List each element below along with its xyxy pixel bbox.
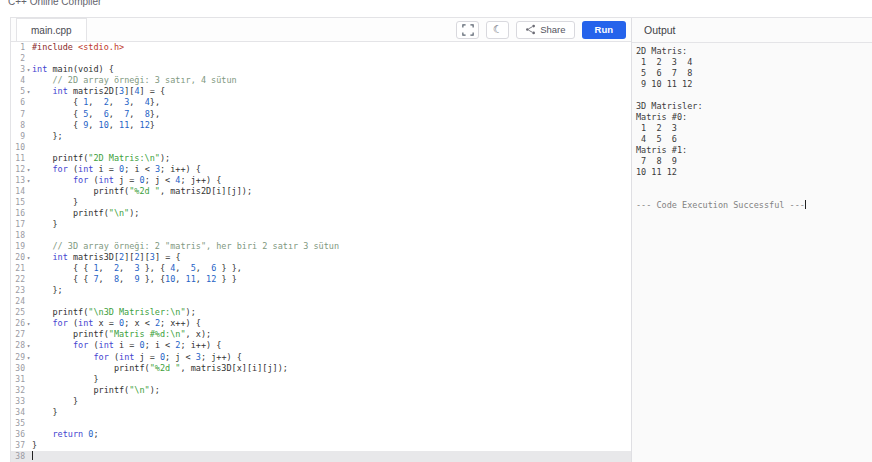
fold-arrow-icon[interactable]: ▾ <box>25 64 32 75</box>
code-line: 35 <box>11 418 631 429</box>
code-line: 28▾ for (int i = 0; i < 2; i++) { <box>11 340 631 351</box>
code-line: 37} <box>11 440 631 451</box>
code-line: 1#include <stdio.h> <box>11 42 631 53</box>
code-line: 9 }; <box>11 131 631 142</box>
code-line: 30 printf("%2d ", matris3D[x][i][j]); <box>11 363 631 374</box>
code-editor[interactable]: 1#include <stdio.h>23▾int main(void) {4 … <box>11 42 631 462</box>
share-button[interactable]: Share <box>516 21 574 39</box>
line-number: 34 <box>11 407 25 418</box>
fold-arrow-icon[interactable]: ▾ <box>25 164 32 175</box>
code-line: 26▾ for (int x = 0; x < 2; x++) { <box>11 318 631 329</box>
line-number: 2 <box>11 53 25 64</box>
line-number: 13 <box>11 175 25 186</box>
code-line: 33 } <box>11 396 631 407</box>
code-line: 2 <box>11 53 631 64</box>
fold-arrow-icon[interactable]: ▾ <box>25 175 32 186</box>
fullscreen-button[interactable] <box>456 21 479 39</box>
line-number: 10 <box>11 142 25 153</box>
line-number: 15 <box>11 197 25 208</box>
tab-label: main.cpp <box>31 25 72 36</box>
code-line: 27 printf("Matris #%d:\n", x); <box>11 329 631 340</box>
code-line: 8 { 9, 10, 11, 12} <box>11 120 631 131</box>
code-line: 18 <box>11 230 631 241</box>
code-line: 25 printf("\n3D Matrisler:\n"); <box>11 307 631 318</box>
line-number: 19 <box>11 241 25 252</box>
line-number: 4 <box>11 75 25 86</box>
share-button-label: Share <box>540 24 565 35</box>
console-cursor <box>805 200 806 209</box>
code-line: 11 printf("2D Matris:\n"); <box>11 153 631 164</box>
fold-arrow-icon[interactable]: ▾ <box>25 252 32 263</box>
code-line: 15 } <box>11 197 631 208</box>
fold-arrow-icon[interactable]: ▾ <box>25 340 32 351</box>
code-line: 16 printf("\n"); <box>11 208 631 219</box>
fold-arrow-icon[interactable]: ▾ <box>25 352 32 363</box>
output-line: 3D Matrisler: <box>636 101 868 112</box>
line-number: 5 <box>11 86 25 97</box>
line-number: 32 <box>11 385 25 396</box>
code-line: 20▾ int matris3D[2][2][3] = { <box>11 252 631 263</box>
line-number: 30 <box>11 363 25 374</box>
tab-bar: main.cpp ☾ <box>11 18 631 42</box>
code-line: 22 { { 7, 8, 9 }, {10, 11, 12 } } <box>11 274 631 285</box>
line-number: 27 <box>11 329 25 340</box>
ide-panel: main.cpp ☾ <box>10 17 872 462</box>
tab-main-cpp[interactable]: main.cpp <box>16 18 87 41</box>
share-nodes-icon <box>525 24 536 35</box>
line-number: 31 <box>11 374 25 385</box>
code-line: 17 } <box>11 219 631 230</box>
code-line: 38 <box>11 451 631 462</box>
output-pane: Output 2D Matris: 1 2 3 4 5 6 7 8 9 10 1… <box>631 18 872 462</box>
editor-pane: main.cpp ☾ <box>11 18 631 462</box>
fullscreen-icon <box>462 24 474 36</box>
output-line: Matris #0: <box>636 112 868 123</box>
code-line: 12▾ for (int i = 0; i < 3; i++) { <box>11 164 631 175</box>
output-line: 1 2 3 4 <box>636 57 868 68</box>
code-line: 7 { 5, 6, 7, 8}, <box>11 109 631 120</box>
line-number: 38 <box>11 451 25 462</box>
line-number: 7 <box>11 109 25 120</box>
code-line: 6 { 1, 2, 3, 4}, <box>11 97 631 108</box>
code-line: 13▾ for (int j = 0; j < 4; j++) { <box>11 175 631 186</box>
output-line: 9 10 11 12 <box>636 79 868 90</box>
line-number: 20 <box>11 252 25 263</box>
fold-arrow-icon[interactable]: ▾ <box>25 86 32 97</box>
code-line: 19 // 3D array örneği: 2 "matris", her b… <box>11 241 631 252</box>
line-number: 3 <box>11 64 25 75</box>
code-line: 31 } <box>11 374 631 385</box>
line-number: 6 <box>11 97 25 108</box>
execution-status-line: --- Code Execution Successful --- <box>636 200 868 211</box>
line-number: 36 <box>11 429 25 440</box>
code-line: 21 { { 1, 2, 3 }, { 4, 5, 6 } }, <box>11 263 631 274</box>
output-line: 2D Matris: <box>636 46 868 57</box>
code-line: 34 } <box>11 407 631 418</box>
line-number: 17 <box>11 219 25 230</box>
line-number: 33 <box>11 396 25 407</box>
output-line: Matris #1: <box>636 145 868 156</box>
line-number: 18 <box>11 230 25 241</box>
theme-toggle-button[interactable]: ☾ <box>486 21 509 39</box>
editor-toolbar: ☾ Share Run <box>456 18 631 41</box>
line-number: 23 <box>11 285 25 296</box>
output-line <box>636 90 868 101</box>
output-line <box>636 178 868 189</box>
line-number: 21 <box>11 263 25 274</box>
output-line: 10 11 12 <box>636 167 868 178</box>
fold-arrow-icon[interactable]: ▾ <box>25 318 32 329</box>
line-number: 8 <box>11 120 25 131</box>
line-number: 22 <box>11 274 25 285</box>
line-number: 11 <box>11 153 25 164</box>
run-button[interactable]: Run <box>582 21 626 39</box>
line-number: 25 <box>11 307 25 318</box>
code-line: 36 return 0; <box>11 429 631 440</box>
code-line: 23 }; <box>11 285 631 296</box>
line-number: 16 <box>11 208 25 219</box>
code-line: 5▾ int matris2D[3][4] = { <box>11 86 631 97</box>
line-number: 37 <box>11 440 25 451</box>
text-cursor <box>32 451 33 460</box>
code-line: 10 <box>11 142 631 153</box>
line-number: 24 <box>11 296 25 307</box>
output-line: 1 2 3 <box>636 123 868 134</box>
line-number: 35 <box>11 418 25 429</box>
line-number: 26 <box>11 318 25 329</box>
